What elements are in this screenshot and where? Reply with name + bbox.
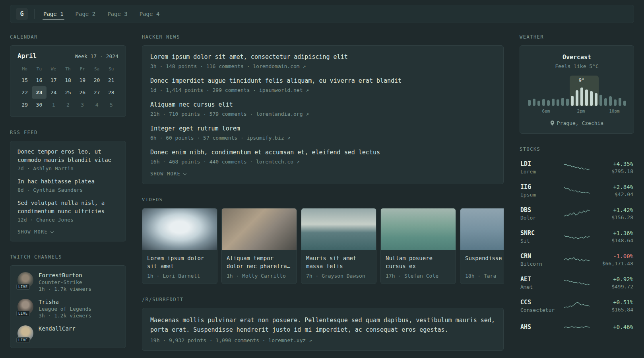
stock-change: +1.42% bbox=[595, 207, 633, 213]
stock-price: $795.18 bbox=[595, 168, 633, 174]
stock-change: +0.46% bbox=[595, 324, 633, 330]
video-thumbnail bbox=[222, 208, 297, 250]
hn-item-source-link[interactable]: loremlandia.org ↗ bbox=[256, 111, 309, 117]
channel-avatar-wrap: LIVE bbox=[17, 299, 33, 315]
stock-row[interactable]: AHS +0.46% bbox=[520, 317, 634, 337]
stock-name: Lorem bbox=[520, 169, 559, 175]
calendar-grid: Mo Tu We Th Fr Sa Su 15 16 17 18 19 20 2… bbox=[17, 64, 118, 111]
stock-values: +4.35% $795.18 bbox=[595, 161, 633, 174]
reddit-item-title[interactable]: Maecenas mollis pulvinar erat non posuer… bbox=[150, 315, 495, 335]
rss-item-meta: 8d · Cynthia Saunders bbox=[17, 187, 118, 193]
video-card[interactable]: Lorem ipsum dolor sit amet consectetu… 1… bbox=[142, 208, 217, 284]
tab-page-4[interactable]: Page 4 bbox=[140, 5, 160, 23]
stock-ticker: IIG bbox=[520, 183, 559, 191]
calendar-day-next-month: 1 bbox=[47, 99, 61, 111]
twitch-channel[interactable]: LIVE ForrestBurton Counter-Strike 1h · 1… bbox=[17, 272, 118, 292]
rss-item-title[interactable]: Donec tempor eros leo, ut commodo mauris… bbox=[17, 148, 118, 164]
video-card[interactable]: Suspendisse diam 18h · Tara bbox=[460, 208, 504, 284]
hn-item-meta: 16h · 468 points · 440 comments · loremt… bbox=[150, 159, 495, 165]
hn-item-source-link[interactable]: ipsumify.biz ↗ bbox=[247, 135, 291, 141]
stocks-section: STOCKS LDI Lorem +4.35% $795.18 bbox=[520, 146, 634, 337]
calendar-day-next-month: 2 bbox=[61, 99, 75, 111]
stock-row[interactable]: SNRC Sit +1.36% $148.64 bbox=[520, 225, 634, 248]
stock-values: +0.51% $165.84 bbox=[595, 299, 633, 313]
stock-row[interactable]: DBS Dolor +1.42% $156.28 bbox=[520, 202, 634, 225]
stock-ticker: CCS bbox=[520, 299, 559, 306]
calendar-widget: April Week 17 · 2024 Mo Tu We Th Fr Sa S… bbox=[10, 45, 126, 117]
stock-row[interactable]: CCS Consectetur +0.51% $165.84 bbox=[520, 294, 634, 317]
stock-ticker: DBS bbox=[520, 206, 559, 214]
video-card[interactable]: Aliquam tempor dolor nec pharetra… 1h · … bbox=[221, 208, 297, 284]
stock-values: +1.42% $156.28 bbox=[595, 207, 633, 220]
stock-ticker: LDI bbox=[520, 160, 559, 167]
video-card[interactable]: Nullam posuere cursus ex 17h · Stefan Co… bbox=[380, 208, 456, 284]
reddit-item-stats: 19h · 9,932 points · 1,090 comments · bbox=[150, 337, 268, 343]
stock-name: Consectetur bbox=[520, 307, 559, 313]
weather-condition: Overcast bbox=[527, 54, 627, 61]
stock-values: +0.92% $499.72 bbox=[595, 276, 633, 290]
stock-ticker: SNRC bbox=[520, 230, 559, 237]
reddit-item-source-link[interactable]: loremnet.xyz ↗ bbox=[268, 337, 312, 343]
hn-item-title[interactable]: Donec imperdiet augue tincidunt felis al… bbox=[150, 77, 495, 85]
rss-item-title[interactable]: In hac habitasse platea bbox=[17, 177, 118, 186]
left-column: CALENDAR April Week 17 · 2024 Mo Tu We T… bbox=[10, 34, 126, 351]
tab-page-2[interactable]: Page 2 bbox=[76, 5, 96, 23]
rss-show-more-button[interactable]: SHOW MORE bbox=[17, 229, 53, 235]
stock-sparkline bbox=[562, 231, 592, 242]
weather-widget: Overcast Feels like 5°C 9° 6am 2pm 10pm bbox=[520, 45, 634, 134]
channel-name: Trisha bbox=[39, 299, 91, 305]
stock-sparkline bbox=[562, 208, 592, 219]
video-title: Mauris sit amet massa felis bbox=[306, 254, 371, 270]
chevron-down-icon bbox=[50, 230, 54, 233]
hn-item-meta: 3h · 148 points · 116 comments · loremdo… bbox=[150, 63, 495, 69]
calendar-week-year: Week 17 · 2024 bbox=[75, 53, 118, 59]
rss-item-title[interactable]: Sed volutpat nulla nisl, a condimentum n… bbox=[17, 199, 118, 216]
hn-item-title[interactable]: Integer eget rutrum lorem bbox=[150, 125, 495, 133]
calendar-day: 27 bbox=[89, 86, 104, 99]
stock-price: $42.04 bbox=[595, 191, 633, 197]
hn-item-source-link[interactable]: loremtech.co ↗ bbox=[256, 159, 300, 165]
stock-row[interactable]: LDI Lorem +4.35% $795.18 bbox=[520, 156, 634, 179]
channel-info: ForrestBurton Counter-Strike 1h · 1.7k v… bbox=[39, 272, 91, 292]
video-card[interactable]: Mauris sit amet massa felis 7h · Grayson… bbox=[301, 208, 376, 284]
hn-item: Donec enim nibh, condimentum et accumsan… bbox=[150, 148, 495, 165]
calendar-month: April bbox=[17, 52, 37, 60]
calendar-day-selected: 23 bbox=[32, 86, 46, 99]
calendar-section-title: CALENDAR bbox=[10, 34, 126, 40]
subreddit-section: /R/SUBREDDIT Maecenas mollis pulvinar er… bbox=[142, 297, 504, 351]
hn-item-source-link[interactable]: loremdomain.com ↗ bbox=[253, 63, 306, 69]
stock-change: +1.36% bbox=[595, 230, 633, 236]
channel-name: KendallCarr bbox=[39, 325, 76, 332]
tab-page-1[interactable]: Page 1 bbox=[43, 5, 64, 23]
channel-game: Counter-Strike bbox=[39, 279, 91, 285]
twitch-channel[interactable]: LIVE Trisha League of Legends 3h · 1.2k … bbox=[17, 299, 118, 319]
video-title: Aliquam tempor dolor nec pharetra… bbox=[227, 254, 292, 270]
video-meta: 1h · Lori Barnett bbox=[147, 273, 212, 279]
tab-page-3[interactable]: Page 3 bbox=[107, 5, 128, 23]
app-logo[interactable]: G bbox=[16, 8, 28, 20]
hn-show-more-button[interactable]: SHOW MORE bbox=[150, 171, 186, 177]
hn-item-source-link[interactable]: ipsumworld.net ↗ bbox=[259, 87, 309, 93]
video-title: Nullam posuere cursus ex bbox=[386, 254, 451, 270]
stock-row[interactable]: AET Amet +0.92% $499.72 bbox=[520, 271, 634, 294]
hn-item-title[interactable]: Aliquam nec cursus elit bbox=[150, 101, 495, 109]
stock-price: $148.64 bbox=[595, 237, 633, 243]
hn-item-stats: 3h · 148 points · 116 comments · bbox=[150, 63, 253, 69]
stock-values: +1.36% $148.64 bbox=[595, 230, 633, 243]
calendar-dow: Su bbox=[104, 64, 118, 74]
axis-label: 2pm bbox=[577, 109, 585, 114]
stock-name: Ipsum bbox=[520, 192, 559, 198]
hn-item-title[interactable]: Donec enim nibh, condimentum et accumsan… bbox=[150, 148, 495, 157]
hn-item-title[interactable]: Lorem ipsum dolor sit amet, consectetur … bbox=[150, 53, 495, 61]
stock-id: LDI Lorem bbox=[520, 160, 559, 175]
calendar-day: 20 bbox=[89, 74, 104, 86]
stock-ticker: CRN bbox=[520, 253, 559, 260]
stock-row[interactable]: IIG Ipsum +2.84% $42.04 bbox=[520, 179, 634, 202]
video-title: Lorem ipsum dolor sit amet consectetu… bbox=[147, 254, 212, 270]
stock-ticker: AET bbox=[520, 276, 559, 283]
calendar-day: 16 bbox=[32, 74, 46, 86]
stock-row[interactable]: CRN Bitcorn -1.00% $66,171.48 bbox=[520, 248, 634, 271]
subreddit-section-title: /R/SUBREDDIT bbox=[142, 297, 504, 302]
twitch-channel[interactable]: LIVE KendallCarr bbox=[17, 325, 118, 341]
stock-values: +0.46% bbox=[595, 324, 633, 331]
